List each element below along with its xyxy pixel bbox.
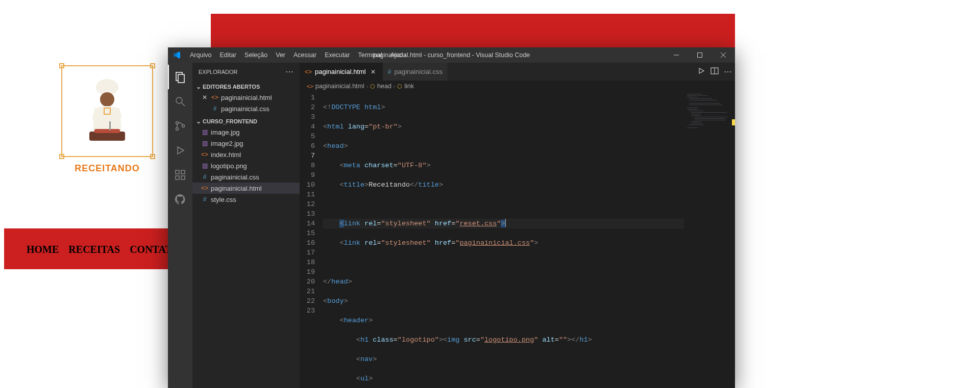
svg-marker-21 [699,68,704,73]
file-item[interactable]: <>index.html [192,149,300,160]
css-file-icon: # [388,68,391,75]
svg-rect-20 [181,170,185,174]
css-file-icon: # [201,196,209,203]
logo-frame [61,65,153,157]
css-file-icon: # [211,105,219,112]
window-minimize-button[interactable] [665,47,688,63]
html-file-icon: <> [201,151,209,158]
file-item[interactable]: #paginainicial.css [192,171,300,183]
svg-rect-17 [176,170,179,174]
chevron-right-icon: › [394,84,395,89]
menu-edit[interactable]: Editar [215,47,240,63]
explorer-more-icon[interactable]: ⋯ [285,67,293,76]
window-maximize-button[interactable] [688,47,712,63]
editor-area: <> paginainicial.html ✕ # paginainicial.… [300,63,735,388]
open-editor-item[interactable]: ✕<>paginainicial.html [192,92,300,103]
svg-rect-3 [94,129,120,133]
html-file-icon: <> [307,83,313,89]
tab-bar: <> paginainicial.html ✕ # paginainicial.… [300,63,735,81]
brand-text: RECEITANDO [61,163,153,174]
chevron-down-icon: ⌄ [194,118,203,125]
symbol-icon: ⬡ [397,83,402,90]
svg-point-14 [176,128,179,131]
symbol-icon: ⬡ [370,83,375,90]
activity-scm-icon[interactable] [168,114,192,138]
editor-tab[interactable]: # paginainicial.css [383,63,448,81]
menu-terminal[interactable]: Terminal [354,47,386,63]
chevron-right-icon: › [366,84,368,89]
svg-rect-10 [178,74,184,83]
close-icon[interactable]: ✕ [369,68,377,75]
activity-search-icon[interactable] [168,89,192,114]
window-close-button[interactable] [712,47,735,63]
file-item[interactable]: #style.css [192,194,300,205]
activity-bar [168,63,192,388]
menu-file[interactable]: Arquivo [186,47,215,63]
html-file-icon: <> [305,68,312,75]
menu-view[interactable]: Ver [272,47,289,63]
activity-github-icon[interactable] [168,187,192,212]
menu-bar: Arquivo Editar Seleção Ver Acessar Execu… [186,47,411,63]
explorer-sidebar: EXPLORADOR ⋯ ⌄EDITORES ABERTOS ✕<>pagina… [192,63,300,388]
svg-marker-16 [178,147,184,154]
file-item[interactable]: <>paginainicial.html [192,183,300,194]
css-file-icon: # [201,173,209,180]
svg-point-13 [176,122,179,124]
html-file-icon: <> [201,185,209,192]
code-editor[interactable]: 1234567891011121314151617181920212223 <!… [300,92,735,388]
activity-explorer-icon[interactable] [168,65,192,89]
menu-access[interactable]: Acessar [289,47,321,63]
svg-rect-19 [181,176,185,179]
titlebar[interactable]: Arquivo Editar Seleção Ver Acessar Execu… [168,47,735,63]
svg-point-11 [176,97,182,104]
svg-rect-18 [176,176,179,179]
open-editor-item[interactable]: #paginainicial.css [192,103,300,114]
split-editor-icon[interactable] [710,67,719,76]
open-editors-section[interactable]: ⌄EDITORES ABERTOS [192,82,300,92]
chevron-down-icon: ⌄ [194,83,203,90]
nav-home[interactable]: HOME [27,244,59,255]
menu-run[interactable]: Executar [321,47,354,63]
svg-point-15 [182,125,185,127]
vscode-window: Arquivo Editar Seleção Ver Acessar Execu… [168,47,735,388]
folder-section[interactable]: ⌄CURSO_FRONTEND [192,116,300,126]
menu-selection[interactable]: Seleção [240,47,272,63]
file-item[interactable]: ▧image2.jpg [192,138,300,149]
svg-line-12 [182,103,185,106]
chef-illustration [77,73,138,149]
explorer-title: EXPLORADOR [199,69,237,75]
svg-rect-6 [698,53,702,58]
line-gutter: 1234567891011121314151617181920212223 [300,92,323,388]
vscode-logo-icon [168,51,186,59]
svg-rect-4 [109,121,111,131]
explorer-header: EXPLORADOR ⋯ [192,63,300,81]
svg-point-1 [100,92,114,107]
code-content[interactable]: <!DOCTYPE html> <html lang="pt-br"> <hea… [323,92,735,388]
file-item[interactable]: ▧image.jpg [192,126,300,138]
more-icon[interactable]: ⋯ [724,67,732,76]
scroll-indicator [732,119,735,125]
activity-extensions-icon[interactable] [168,163,192,187]
editor-tab[interactable]: <> paginainicial.html ✕ [300,63,383,81]
menu-help[interactable]: Ajuda [386,47,411,63]
nav-receitas[interactable]: RECEITAS [68,244,120,255]
file-item[interactable]: ▧logotipo.png [192,160,300,171]
image-file-icon: ▧ [201,128,209,136]
page-nav: HOME RECEITAS CONTATO [27,244,187,255]
close-icon[interactable]: ✕ [201,94,209,101]
run-icon[interactable] [697,67,705,76]
image-file-icon: ▧ [201,140,209,147]
minimap[interactable] [684,92,735,388]
image-file-icon: ▧ [201,162,209,169]
breadcrumb[interactable]: <> paginainicial.html › ⬡ head › ⬡ link [300,81,735,92]
html-file-icon: <> [211,94,219,101]
activity-debug-icon[interactable] [168,138,192,163]
